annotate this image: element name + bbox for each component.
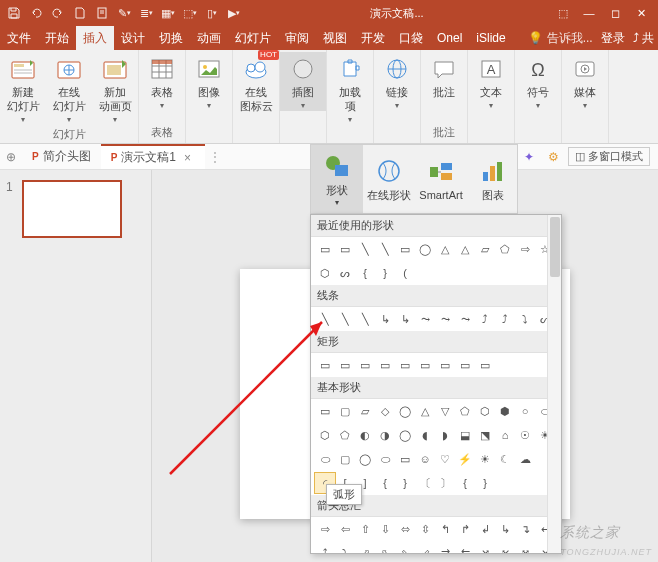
shape-cell[interactable]: ◯ — [395, 401, 415, 421]
shape-cell[interactable]: ⌂ — [495, 425, 515, 445]
shape-cell[interactable]: ▭ — [475, 355, 495, 375]
shape-cell[interactable]: ▭ — [315, 239, 335, 259]
shape-cell[interactable]: ⬭ — [375, 449, 395, 469]
addin-button[interactable]: 加载 项▾ — [327, 52, 373, 125]
shape-cell[interactable]: { — [355, 263, 375, 283]
shape-cell[interactable]: ▭ — [335, 355, 355, 375]
shape-cell[interactable]: ⬡ — [315, 425, 335, 445]
qat-new-icon[interactable] — [70, 3, 90, 23]
shape-cell[interactable]: ↳ — [375, 309, 395, 329]
tab-design[interactable]: 设计 — [114, 26, 152, 50]
shape-cell[interactable]: ▭ — [415, 355, 435, 375]
shape-cell[interactable]: ↱ — [455, 519, 475, 539]
ribbon-options-icon[interactable]: ⬚ — [550, 0, 576, 26]
shape-cell[interactable]: ⬓ — [455, 425, 475, 445]
qat-list-icon[interactable]: ≣▾ — [136, 3, 156, 23]
shape-cell[interactable]: ☀ — [475, 449, 495, 469]
shape-cell[interactable]: ▭ — [395, 355, 415, 375]
close-tab-icon[interactable]: × — [180, 151, 195, 165]
tab-home[interactable]: 开始 — [38, 26, 76, 50]
shape-cell[interactable]: ╲ — [375, 239, 395, 259]
new-anim-button[interactable]: 新加 动画页▾ — [92, 52, 138, 125]
shape-cell[interactable]: ⇩ — [375, 519, 395, 539]
online-shapes-button[interactable]: 在线形状 — [363, 145, 415, 213]
shape-cell[interactable]: 〔 — [415, 473, 435, 493]
tab-view[interactable]: 视图 — [316, 26, 354, 50]
shape-cell[interactable]: ◐ — [355, 425, 375, 445]
shape-cell[interactable]: ⬭ — [315, 449, 335, 469]
tab-dev[interactable]: 开发 — [354, 26, 392, 50]
shape-cell[interactable]: ⤴ — [495, 309, 515, 329]
shape-cell[interactable]: △ — [455, 239, 475, 259]
tell-me[interactable]: 告诉我... — [547, 30, 593, 47]
shape-cell[interactable]: ◯ — [395, 425, 415, 445]
shape-cell[interactable]: ↴ — [515, 519, 535, 539]
shape-cell[interactable]: { — [375, 473, 395, 493]
shape-cell[interactable]: ▭ — [395, 239, 415, 259]
tab-review[interactable]: 审阅 — [278, 26, 316, 50]
tab-file[interactable]: 文件 — [0, 26, 38, 50]
qat-play-icon[interactable]: ▶▾ — [224, 3, 244, 23]
shape-cell[interactable]: ▢ — [335, 449, 355, 469]
shape-cell[interactable]: ᔕ — [335, 263, 355, 283]
shape-cell[interactable]: ⤳ — [435, 309, 455, 329]
tab-animation[interactable]: 动画 — [190, 26, 228, 50]
shape-cell[interactable]: ☁ — [515, 449, 535, 469]
shape-cell[interactable]: ⬡ — [475, 401, 495, 421]
shape-cell[interactable]: ♡ — [435, 449, 455, 469]
share-icon[interactable]: ⤴ 共 — [633, 30, 654, 47]
shape-cell[interactable]: ⬔ — [475, 425, 495, 445]
shape-cell[interactable]: ⇧ — [355, 519, 375, 539]
shape-cell[interactable]: ◑ — [375, 425, 395, 445]
media-button[interactable]: 媒体▾ — [562, 52, 608, 111]
shape-cell[interactable]: ◖ — [415, 425, 435, 445]
scrollbar[interactable] — [547, 215, 561, 553]
shape-cell[interactable]: ○ — [515, 401, 535, 421]
shape-cell[interactable]: ▽ — [435, 401, 455, 421]
shape-cell[interactable]: ↰ — [435, 519, 455, 539]
tab-insert[interactable]: 插入 — [76, 26, 114, 50]
shape-cell[interactable]: ⬡ — [315, 263, 335, 283]
online-slide-button[interactable]: 在线 幻灯片▾ — [46, 52, 92, 125]
tab-onel[interactable]: Onel — [430, 26, 469, 50]
shape-cell[interactable]: ⬄ — [395, 519, 415, 539]
symbol-button[interactable]: Ω 符号▾ — [515, 52, 561, 111]
qat-undo-icon[interactable] — [26, 3, 46, 23]
text-button[interactable]: A 文本▾ — [468, 52, 514, 111]
shape-cell[interactable]: ⇨ — [515, 239, 535, 259]
chart-button[interactable]: 图表 — [467, 145, 519, 213]
shape-cell[interactable]: } — [475, 473, 495, 493]
tab-transition[interactable]: 切换 — [152, 26, 190, 50]
shape-cell[interactable]: ⤴ — [475, 309, 495, 329]
shape-cell[interactable]: ◯ — [415, 239, 435, 259]
shape-cell[interactable]: ▭ — [315, 401, 335, 421]
shape-cell[interactable]: ▭ — [355, 355, 375, 375]
shape-cell[interactable]: ⤨ — [475, 543, 495, 554]
maximize-icon[interactable]: ◻ — [602, 0, 628, 26]
shape-cell[interactable]: ☾ — [495, 449, 515, 469]
shape-cell[interactable]: ⇄ — [435, 543, 455, 554]
close-icon[interactable]: ✕ — [628, 0, 654, 26]
multiwindow-button[interactable]: ◫ 多窗口模式 — [568, 147, 650, 166]
qat-paste-icon[interactable]: ▯▾ — [202, 3, 222, 23]
shape-cell[interactable]: ⤵ — [335, 543, 355, 554]
qat-redo-icon[interactable] — [48, 3, 68, 23]
shape-cell[interactable]: } — [395, 473, 415, 493]
wordcloud-button[interactable]: HOT 在线 图标云 — [233, 52, 279, 114]
shape-cell[interactable]: 〕 — [435, 473, 455, 493]
shape-cell[interactable]: ▢ — [335, 401, 355, 421]
shape-cell[interactable]: ⤵ — [515, 309, 535, 329]
image-button[interactable]: 图像▾ — [186, 52, 232, 111]
shape-cell[interactable]: ⬠ — [455, 401, 475, 421]
shape-cell[interactable]: ☉ — [515, 425, 535, 445]
shape-cell[interactable]: ↳ — [495, 519, 515, 539]
shape-cell[interactable]: ( — [395, 263, 415, 283]
minimize-icon[interactable]: — — [576, 0, 602, 26]
shape-cell[interactable]: ▱ — [475, 239, 495, 259]
shape-cell[interactable]: ╲ — [315, 309, 335, 329]
shape-cell[interactable]: ⤳ — [455, 309, 475, 329]
shape-cell[interactable]: ◇ — [375, 401, 395, 421]
new-slide-button[interactable]: 新建 幻灯片▾ — [0, 52, 46, 125]
comment-button[interactable]: 批注 — [421, 52, 467, 100]
shape-cell[interactable]: ▭ — [375, 355, 395, 375]
